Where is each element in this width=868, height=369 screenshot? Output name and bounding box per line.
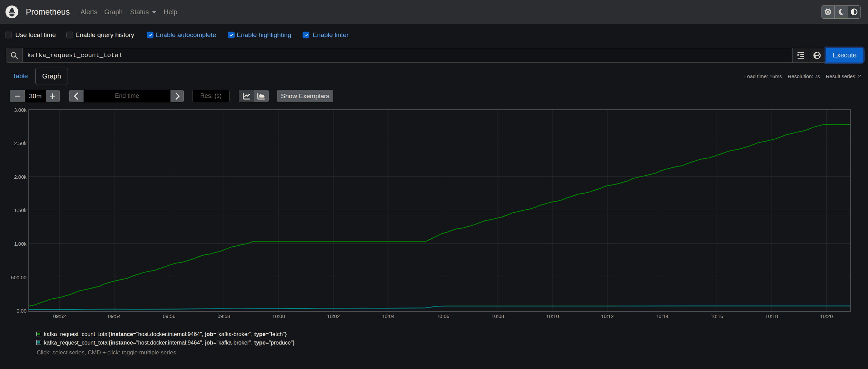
svg-text:10:14: 10:14 [656, 313, 669, 319]
svg-text:10:16: 10:16 [710, 313, 723, 319]
svg-text:10:12: 10:12 [601, 313, 614, 319]
svg-text:500.00: 500.00 [11, 275, 26, 280]
svg-text:1.00k: 1.00k [14, 241, 26, 247]
svg-text:10:20: 10:20 [820, 313, 833, 319]
svg-text:09:58: 09:58 [217, 313, 230, 319]
svg-text:10:04: 10:04 [382, 313, 395, 319]
svg-text:09:54: 09:54 [108, 313, 121, 319]
svg-text:1.50k: 1.50k [14, 207, 26, 213]
svg-text:3.00k: 3.00k [14, 107, 26, 113]
svg-text:10:06: 10:06 [437, 313, 450, 319]
svg-text:0.00: 0.00 [17, 308, 26, 314]
svg-text:10:10: 10:10 [546, 313, 559, 319]
svg-text:10:18: 10:18 [765, 313, 778, 319]
svg-text:10:08: 10:08 [491, 313, 504, 319]
svg-text:2.00k: 2.00k [14, 174, 26, 180]
svg-text:10:00: 10:00 [272, 313, 285, 319]
svg-text:2.50k: 2.50k [14, 140, 26, 146]
svg-text:09:56: 09:56 [163, 313, 176, 319]
svg-text:09:52: 09:52 [53, 313, 66, 319]
svg-text:10:02: 10:02 [327, 313, 340, 319]
